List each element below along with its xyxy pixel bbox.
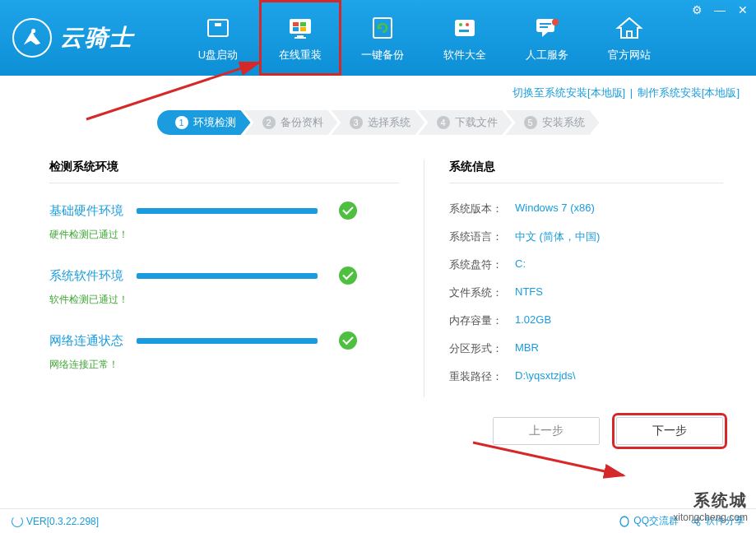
window-controls: ⚙ — ✕ <box>690 3 749 16</box>
step-2: 2备份资料 <box>244 110 338 135</box>
nav-software[interactable]: 软件大全 <box>424 0 506 76</box>
nav-support[interactable]: 人工服务 <box>506 0 588 76</box>
svg-rect-14 <box>459 30 469 32</box>
check-network: 网络连通状态 网络连接正常！ <box>49 331 399 372</box>
step-1: 1环境检测 <box>157 110 251 135</box>
svg-rect-8 <box>297 35 304 37</box>
qq-group-link[interactable]: QQ交流群 <box>619 514 679 528</box>
svg-rect-5 <box>300 22 306 26</box>
svg-rect-7 <box>300 27 306 31</box>
step-4: 4下载文件 <box>419 110 513 135</box>
close-button[interactable]: ✕ <box>736 3 749 16</box>
info-drive: 系统盘符：C: <box>449 257 723 272</box>
env-check-panel: 检测系统环境 基础硬件环境 硬件检测已通过！ 系统软件环境 软件检测已通过！ 网… <box>49 160 424 397</box>
svg-point-20 <box>620 517 628 526</box>
svg-rect-17 <box>540 26 548 28</box>
footer: VER[0.3.22.298] QQ交流群 软件分享 <box>0 508 756 533</box>
env-check-title: 检测系统环境 <box>49 160 399 183</box>
svg-point-13 <box>466 23 469 26</box>
svg-point-0 <box>31 29 35 33</box>
svg-rect-19 <box>627 31 632 38</box>
svg-rect-9 <box>295 37 306 39</box>
svg-rect-6 <box>293 27 299 31</box>
refresh-icon <box>12 516 23 527</box>
share-link[interactable]: 软件分享 <box>690 514 744 528</box>
minimize-button[interactable]: — <box>713 3 726 16</box>
svg-line-24 <box>695 519 698 521</box>
svg-rect-11 <box>455 20 475 36</box>
main-content: 检测系统环境 基础硬件环境 硬件检测已通过！ 系统软件环境 软件检测已通过！ 网… <box>0 143 756 406</box>
system-info-panel: 系统信息 系统版本：Windows 7 (x86) 系统语言：中文 (简体，中国… <box>424 160 723 397</box>
svg-point-23 <box>697 522 700 526</box>
app-name: 云骑士 <box>60 22 134 53</box>
check-hardware: 基础硬件环境 硬件检测已通过！ <box>49 202 399 242</box>
progress-bar <box>137 338 318 344</box>
nav-backup[interactable]: 一键备份 <box>341 0 424 76</box>
svg-line-27 <box>473 443 624 475</box>
logo-icon <box>12 18 52 58</box>
check-ok-icon <box>339 202 357 220</box>
nav-usb-boot[interactable]: U盘启动 <box>177 0 259 76</box>
svg-line-25 <box>695 522 698 524</box>
info-partition: 分区形式：MBR <box>449 341 723 356</box>
top-links: 切换至系统安装[本地版] | 制作系统安装[本地版] <box>0 76 756 107</box>
system-info-title: 系统信息 <box>449 160 723 183</box>
home-icon <box>615 13 644 43</box>
svg-point-12 <box>459 23 462 26</box>
apps-icon <box>450 13 480 43</box>
link-switch-local[interactable]: 切换至系统安装[本地版] <box>513 86 625 99</box>
prev-button[interactable]: 上一步 <box>493 417 600 445</box>
svg-rect-15 <box>536 19 554 32</box>
next-button[interactable]: 下一步 <box>616 417 723 445</box>
link-make-local[interactable]: 制作系统安装[本地版] <box>638 86 740 99</box>
info-install-path: 重装路径：D:\yqsxtzjds\ <box>449 369 723 384</box>
share-icon <box>690 516 702 527</box>
info-os-version: 系统版本：Windows 7 (x86) <box>449 202 723 216</box>
svg-point-18 <box>552 19 559 25</box>
nav-website[interactable]: 官方网站 <box>588 0 670 76</box>
info-filesystem: 文件系统：NTFS <box>449 285 723 300</box>
button-row: 上一步 下一步 <box>0 406 756 445</box>
logo-area: 云骑士 <box>8 18 177 58</box>
svg-rect-1 <box>208 20 228 36</box>
step-indicator: 1环境检测 2备份资料 3选择系统 4下载文件 5安装系统 <box>0 107 756 143</box>
usb-icon <box>203 13 233 43</box>
progress-bar <box>137 273 318 279</box>
chat-icon <box>532 13 562 43</box>
svg-rect-2 <box>215 23 221 26</box>
svg-point-22 <box>697 517 700 521</box>
svg-rect-16 <box>540 23 551 25</box>
check-ok-icon <box>339 266 357 285</box>
step-5: 5安装系统 <box>506 110 600 135</box>
info-language: 系统语言：中文 (简体，中国) <box>449 229 723 244</box>
check-software: 系统软件环境 软件检测已通过！ <box>49 266 399 307</box>
svg-rect-10 <box>373 18 392 38</box>
nav-online-reinstall[interactable]: 在线重装 <box>259 0 341 76</box>
monitor-icon <box>285 13 315 43</box>
progress-bar <box>137 208 318 214</box>
qq-icon <box>619 516 630 527</box>
check-ok-icon <box>339 331 357 350</box>
refresh-doc-icon <box>368 13 397 43</box>
svg-rect-4 <box>293 22 299 26</box>
version-label[interactable]: VER[0.3.22.298] <box>12 516 99 527</box>
app-header: 云骑士 U盘启动 在线重装 一键备份 软件大全 人工服务 官方网站 ⚙ — <box>0 0 756 76</box>
step-3: 3选择系统 <box>332 110 425 135</box>
settings-button[interactable]: ⚙ <box>690 3 703 16</box>
info-memory: 内存容量：1.02GB <box>449 313 723 328</box>
nav-bar: U盘启动 在线重装 一键备份 软件大全 人工服务 官方网站 <box>177 0 670 76</box>
